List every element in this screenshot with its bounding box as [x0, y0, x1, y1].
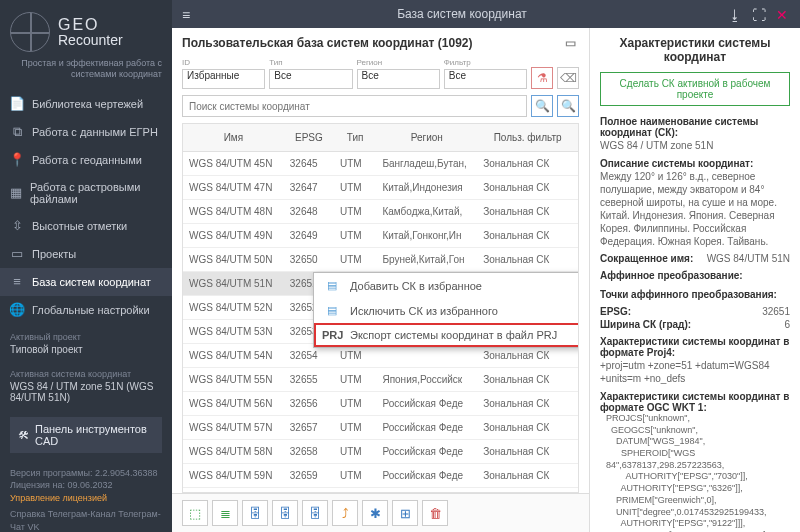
table-row[interactable]: WGS 84/UTM 50N32650UTMБруней,Китай,ГонЗо…	[183, 248, 578, 272]
active-cs-label: Активная система координат	[0, 361, 172, 381]
nav-item-1[interactable]: ⧉Работа с данными ЕГРН	[0, 118, 172, 146]
cell: 32658	[284, 440, 334, 464]
table-row[interactable]: WGS 84/UTM 58N32658UTMРоссийская ФедеЗон…	[183, 440, 578, 464]
nav-icon: ≡	[10, 275, 24, 289]
nav-item-4[interactable]: ⇳Высотные отметки	[0, 212, 172, 240]
nav-item-0[interactable]: 📄Библиотека чертежей	[0, 90, 172, 118]
make-active-button[interactable]: Сделать СК активной в рабочем проекте	[600, 72, 790, 106]
cell: UTM	[334, 248, 376, 272]
nav-icon: 📍	[10, 153, 24, 167]
cell: WGS 84/UTM 54N	[183, 344, 284, 368]
collapse-icon[interactable]: ▭	[565, 36, 579, 50]
filter-funnel-icon[interactable]: ⚗	[531, 67, 553, 89]
close-icon[interactable]: ✕	[776, 7, 790, 21]
nav-item-7[interactable]: 🌐Глобальные настройки	[0, 296, 172, 324]
filter-clear-icon[interactable]: ⌫	[557, 67, 579, 89]
cell: 32649	[284, 224, 334, 248]
active-project-value: Типовой проект	[0, 344, 172, 361]
table-row[interactable]: WGS 84/UTM 57N32657UTMРоссийская ФедеЗон…	[183, 416, 578, 440]
filter-region-label: Регион	[357, 58, 440, 67]
footer-links[interactable]: Справка Телеграм-Канал Телеграм-Чат VK	[10, 508, 162, 532]
tb-del[interactable]: 🗑	[422, 500, 448, 526]
cell: UTM	[334, 440, 376, 464]
ctx-export-prj[interactable]: PRJЭкспорт системы координат в файл PRJ	[314, 323, 579, 347]
ctx-add-favorite[interactable]: ▤Добавить СК в избранное	[314, 273, 579, 298]
col-header[interactable]: Имя	[183, 124, 284, 152]
nav-item-2[interactable]: 📍Работа с геоданными	[0, 146, 172, 174]
nav-item-5[interactable]: ▭Проекты	[0, 240, 172, 268]
nav-item-6[interactable]: ≡База систем координат	[0, 268, 172, 296]
tb-db3[interactable]: 🗄	[242, 500, 268, 526]
table-row[interactable]: WGS 84/UTM 59N32659UTMРоссийская ФедеЗон…	[183, 464, 578, 488]
tb-grid[interactable]: ⊞	[392, 500, 418, 526]
cell: Китай,Индонезия	[376, 176, 477, 200]
active-project-label: Активный проект	[0, 324, 172, 344]
cell: Зональная СК	[477, 368, 578, 392]
filter-type-select[interactable]: Все	[269, 69, 352, 89]
fullscreen-icon[interactable]: ⛶	[752, 7, 766, 21]
filter-id-select[interactable]: Избранные	[182, 69, 265, 89]
prop-desc-value: Между 120° и 126° в.д., северное полушар…	[600, 170, 790, 248]
center-panel: Пользовательская база систем координат (…	[172, 28, 590, 532]
cell: Китай,Гонконг,Ин	[376, 224, 477, 248]
table-row[interactable]: WGS 84/UTM 47N32647UTMКитай,ИндонезияЗон…	[183, 176, 578, 200]
filter-type-label: Тип	[269, 58, 352, 67]
brand-line1: GEO	[58, 17, 123, 33]
tb-db4[interactable]: 🗄	[272, 500, 298, 526]
nav-icon: ⇳	[10, 219, 24, 233]
ctx-remove-favorite[interactable]: ▤Исключить СК из избранного	[314, 298, 579, 323]
prj-icon: PRJ	[322, 329, 342, 341]
prop-desc-label: Описание системы координат:	[600, 158, 790, 169]
sidebar: GEO Recounter Простая и эффективная рабо…	[0, 0, 172, 532]
prop-short-value: WGS 84/UTM 51N	[707, 253, 790, 264]
search-icon[interactable]: 🔍	[531, 95, 553, 117]
table-row[interactable]: WGS 84/UTM 49N32649UTMКитай,Гонконг,ИнЗо…	[183, 224, 578, 248]
prop-width-label: Ширина СК (град):	[600, 319, 691, 330]
cell: 32650	[284, 248, 334, 272]
cell: WGS 84/UTM 59N	[183, 464, 284, 488]
col-header[interactable]: Регион	[376, 124, 477, 152]
cell: UTM	[334, 200, 376, 224]
props-title: Характеристики системы координат	[600, 36, 790, 64]
cell: WGS 84/UTM 57N	[183, 416, 284, 440]
nav-label: Работа с растровыми файлами	[30, 181, 162, 205]
main-nav: 📄Библиотека чертежей⧉Работа с данными ЕГ…	[0, 90, 172, 324]
nav-item-3[interactable]: ▦Работа с растровыми файлами	[0, 174, 172, 212]
table-row[interactable]: WGS 84/UTM 48N32648UTMКамбоджа,Китай,Зон…	[183, 200, 578, 224]
filter-user-select[interactable]: Все	[444, 69, 527, 89]
manage-license-link[interactable]: Управление лицензией	[10, 492, 162, 505]
nav-icon: ▭	[10, 247, 24, 261]
cell: WGS 84/UTM 58N	[183, 440, 284, 464]
brand-line2: Recounter	[58, 33, 123, 47]
col-header[interactable]: EPSG	[284, 124, 334, 152]
download-icon[interactable]: ⭳	[728, 7, 742, 21]
prop-short-label: Сокращенное имя:	[600, 253, 693, 264]
cell: 32655	[284, 368, 334, 392]
cell: Камбоджа,Китай,	[376, 200, 477, 224]
bottom-toolbar: ⬚ ≣ 🗄 🗄 🗄 ⤴ ✱ ⊞ 🗑	[172, 493, 589, 532]
tb-db2[interactable]: ≣	[212, 500, 238, 526]
cell: Российская Феде	[376, 392, 477, 416]
cad-tools-button[interactable]: 🛠Панель инструментов CAD	[10, 417, 162, 453]
search-input[interactable]	[182, 95, 527, 117]
nav-label: Глобальные настройки	[32, 304, 150, 316]
nav-icon: 📄	[10, 97, 24, 111]
tb-db5[interactable]: 🗄	[302, 500, 328, 526]
cell: Российская Феде	[376, 464, 477, 488]
tb-export[interactable]: ⤴	[332, 500, 358, 526]
cell: Зональная СК	[477, 176, 578, 200]
col-header[interactable]: Польз. фильтр	[477, 124, 578, 152]
col-header[interactable]: Тип	[334, 124, 376, 152]
table-row[interactable]: WGS 84/UTM 55N32655UTMЯпония,РоссийскЗон…	[183, 368, 578, 392]
search-settings-icon[interactable]: 🔍	[557, 95, 579, 117]
filter-region-select[interactable]: Все	[357, 69, 440, 89]
tb-db1[interactable]: ⬚	[182, 500, 208, 526]
cell: 32657	[284, 416, 334, 440]
table-row[interactable]: WGS 84/UTM 45N32645UTMБангладеш,Бутан,Зо…	[183, 152, 578, 176]
nav-icon: ⧉	[10, 125, 24, 139]
menu-icon[interactable]: ≡	[182, 7, 196, 21]
prop-proj4-value: +proj=utm +zone=51 +datum=WGS84 +units=m…	[600, 359, 790, 385]
version-text: Версия программы: 2.2.9054.36388	[10, 467, 162, 480]
tb-net[interactable]: ✱	[362, 500, 388, 526]
table-row[interactable]: WGS 84/UTM 56N32656UTMРоссийская ФедеЗон…	[183, 392, 578, 416]
